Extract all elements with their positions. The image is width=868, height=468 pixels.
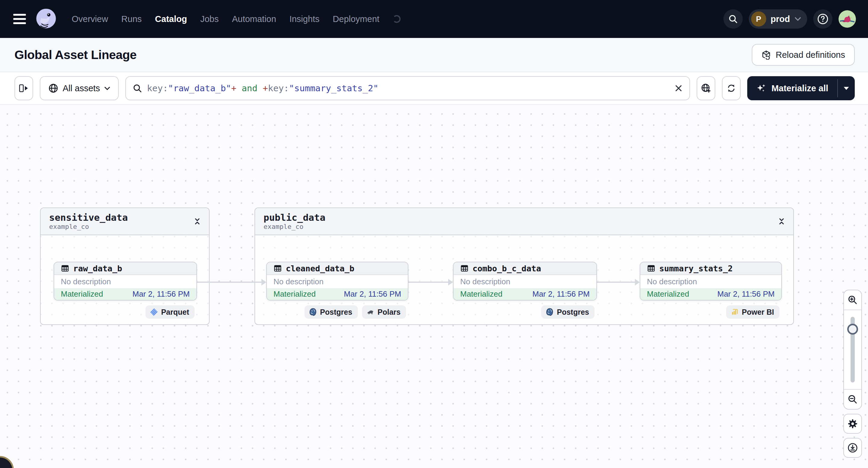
nav-item-insights[interactable]: Insights [289, 14, 319, 24]
asset-node-wrap: raw_data_b No description Materialized M… [54, 262, 197, 319]
status-timestamp: Mar 2, 11:56 PM [532, 289, 590, 299]
reload-definitions-button[interactable]: Reload definitions [752, 44, 855, 66]
badge-row: Parquet [54, 305, 197, 319]
sync-icon [726, 83, 736, 93]
edge-raw-to-cleaned [197, 282, 262, 283]
chevron-down-icon [795, 17, 801, 21]
status-timestamp: Mar 2, 11:56 PM [132, 289, 190, 299]
zoom-out-icon [847, 394, 858, 404]
search-button[interactable] [723, 9, 743, 29]
asset-description: No description [454, 275, 596, 288]
asset-node-header: summary_stats_2 [640, 262, 781, 275]
globe-icon [48, 83, 58, 93]
clear-query-button[interactable] [674, 84, 683, 92]
deployment-name: prod [771, 14, 790, 24]
badge-powerbi[interactable]: Power BI [726, 305, 779, 319]
help-button[interactable] [813, 9, 833, 29]
badge-polars[interactable]: Polars [362, 305, 406, 319]
page-header: Global Asset Lineage Reload definitions [0, 38, 868, 72]
asset-description: No description [640, 275, 781, 288]
asset-node-raw-data-b[interactable]: raw_data_b No description Materialized M… [54, 262, 197, 301]
new-asset-group-view-button[interactable] [696, 76, 715, 100]
asset-name: raw_data_b [73, 264, 122, 273]
badge-row: Postgres [453, 305, 597, 319]
status-timestamp: Mar 2, 11:56 PM [344, 289, 401, 299]
open-panel-button[interactable] [14, 76, 33, 100]
zoom-out-button[interactable] [844, 389, 861, 409]
deployment-switcher[interactable]: P prod [749, 9, 807, 29]
zoom-in-icon [847, 295, 858, 305]
group-header[interactable]: sensitive_data example_co [41, 208, 209, 235]
user-avatar[interactable] [838, 10, 856, 28]
lineage-canvas[interactable]: sensitive_data example_co public_data ex… [0, 104, 868, 468]
nav-item-overview[interactable]: Overview [72, 14, 108, 24]
asset-name: combo_b_c_data [472, 264, 541, 273]
asset-node-cleaned-data-b[interactable]: cleaned_data_b No description Materializ… [266, 262, 408, 301]
parquet-icon [150, 308, 158, 316]
badge-postgres[interactable]: Postgres [541, 305, 594, 319]
badge-parquet[interactable]: Parquet [146, 305, 194, 319]
nav-item-automation[interactable]: Automation [232, 14, 276, 24]
panel-expand-icon [19, 84, 29, 93]
materialize-all-main[interactable]: Materialize all [747, 76, 837, 100]
status-label: Materialized [61, 289, 103, 299]
group-title: public_data [264, 212, 325, 223]
gear-icon [847, 418, 858, 429]
asset-node-combo-b-c-data[interactable]: combo_b_c_data No description Materializ… [453, 262, 597, 301]
sparkle-icon [756, 83, 767, 93]
asset-node-header: raw_data_b [54, 262, 196, 275]
loading-spinner-icon [393, 15, 401, 23]
asset-status-row: Materialized Mar 2, 11:56 PM [640, 288, 781, 300]
badge-row: Postgres Polars [266, 305, 408, 319]
nav-item-runs[interactable]: Runs [121, 14, 142, 24]
postgres-icon [546, 308, 554, 316]
help-icon [817, 13, 829, 25]
status-timestamp: Mar 2, 11:56 PM [717, 289, 775, 299]
nav-item-catalog[interactable]: Catalog [155, 14, 187, 24]
asset-node-wrap: cleaned_data_b No description Materializ… [266, 262, 408, 319]
graph-settings-button[interactable] [843, 414, 862, 434]
download-graph-button[interactable] [843, 438, 862, 458]
zoom-in-button[interactable] [844, 290, 861, 310]
dagster-logo-icon[interactable] [34, 7, 58, 31]
asset-node-wrap: combo_b_c_data No description Materializ… [453, 262, 597, 319]
chevron-down-icon [104, 87, 110, 90]
asset-status-row: Materialized Mar 2, 11:56 PM [267, 288, 408, 300]
search-icon [728, 14, 738, 24]
top-nav: Overview Runs Catalog Jobs Automation In… [0, 0, 868, 38]
asset-name: summary_stats_2 [659, 264, 733, 273]
group-owner: example_co [49, 223, 128, 230]
asset-scope-label: All assets [63, 84, 100, 93]
asset-description: No description [54, 275, 196, 288]
collapse-group-button[interactable] [193, 217, 201, 225]
group-header[interactable]: public_data example_co [255, 208, 793, 235]
close-icon [674, 84, 683, 92]
lineage-query-input[interactable]: key:"raw_data_b"+ and +key:"summary_stat… [125, 76, 690, 100]
table-icon [61, 264, 69, 273]
download-icon [847, 442, 858, 453]
deployment-initial-badge: P [751, 11, 766, 27]
nav-item-deployment[interactable]: Deployment [333, 14, 379, 24]
collapse-group-button[interactable] [778, 217, 785, 225]
globe-plus-icon [701, 83, 711, 93]
edge-combo-to-summary [597, 282, 635, 283]
asset-node-wrap: summary_stats_2 No description Materiali… [640, 262, 782, 319]
asset-node-summary-stats-2[interactable]: summary_stats_2 No description Materiali… [640, 262, 782, 301]
nav-links: Overview Runs Catalog Jobs Automation In… [72, 14, 401, 24]
asset-name: cleaned_data_b [286, 264, 354, 273]
nav-item-jobs[interactable]: Jobs [200, 14, 219, 24]
zoom-slider-thumb[interactable] [847, 324, 858, 335]
asset-status-row: Materialized Mar 2, 11:56 PM [54, 288, 196, 300]
minimap-panel-corner[interactable] [0, 456, 14, 468]
zoom-slider[interactable] [844, 310, 861, 389]
query-text[interactable]: key:"raw_data_b"+ and +key:"summary_stat… [147, 83, 670, 93]
asset-node-header: combo_b_c_data [454, 262, 596, 275]
materialize-all-label: Materialize all [771, 84, 828, 93]
asset-status-row: Materialized Mar 2, 11:56 PM [454, 288, 596, 300]
badge-postgres[interactable]: Postgres [305, 305, 358, 319]
table-icon [647, 264, 655, 273]
materialize-options-button[interactable] [838, 76, 855, 100]
asset-scope-dropdown[interactable]: All assets [40, 76, 119, 100]
menu-icon[interactable] [13, 14, 26, 24]
refresh-graph-button[interactable] [722, 76, 741, 100]
